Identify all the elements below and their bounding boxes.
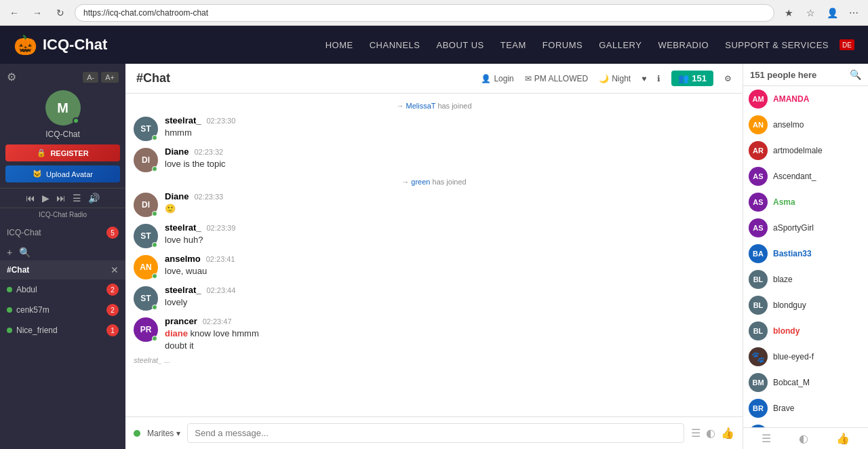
play-btn[interactable]: ▶ [42, 193, 50, 203]
user-list-item-ascendant[interactable]: AS Ascendant_ [743, 163, 868, 189]
user-list-item-blondy[interactable]: BL blondy [743, 318, 868, 344]
playlist-btn[interactable]: ☰ [73, 193, 81, 203]
back-button[interactable]: ← [5, 4, 23, 22]
msg-text-7: diane know love hmmm doubt it [165, 328, 734, 352]
avatar-diane: DI [134, 148, 158, 172]
pm-allowed-button[interactable]: ✉ PM ALLOWED [525, 74, 588, 83]
user-list-item-brave[interactable]: BR Brave [743, 395, 868, 421]
user-list-item-amanda[interactable]: AM AMANDA [743, 86, 868, 112]
channel-item-abdul[interactable]: Abdul 2 [0, 279, 125, 300]
site-logo[interactable]: 🎃 ICQ-Chat [14, 34, 107, 56]
channel-name-chat: #Chat [7, 265, 29, 275]
msg-username-2[interactable]: Diane [165, 147, 189, 157]
theme-icon[interactable]: ◐ [706, 427, 715, 440]
settings-icon[interactable]: ⚙ [7, 71, 16, 83]
prev-track-btn[interactable]: ⏮ [26, 193, 35, 203]
msg-username-6[interactable]: steelrat_ [165, 285, 201, 295]
info-icon: ℹ [657, 74, 660, 83]
volume-btn[interactable]: 🔊 [88, 193, 100, 203]
settings-button[interactable]: ⚙ [724, 74, 732, 83]
avatar-anselmo: AN [134, 255, 158, 279]
footer-theme-btn[interactable]: ◐ [799, 432, 808, 445]
nav-channels[interactable]: CHANNELS [370, 40, 420, 50]
user-list-item-bastian33[interactable]: BA Bastian33 [743, 241, 868, 267]
channels-header-text: ICQ-Chat [7, 228, 41, 237]
user-list-item-braveheart[interactable]: BR BraveHeart [743, 421, 868, 427]
chat-msg-steelrat-1: ST steelrat_ 02:23:30 hmmm [125, 113, 743, 144]
upload-avatar-button[interactable]: 🐱 Upload Avatar [5, 165, 120, 182]
system-msg-text-2: → green has joined [401, 178, 466, 186]
msg-username-3[interactable]: Diane [165, 191, 189, 201]
register-button[interactable]: 🔒 REGISTER [5, 144, 120, 161]
msg-content-2: Diane 02:23:32 love is the topic [165, 147, 734, 170]
users-count-button[interactable]: 👥 151 [671, 71, 713, 86]
user-list-item-blaze[interactable]: BL blaze [743, 267, 868, 292]
nav-webradio[interactable]: WEBRADIO [658, 40, 709, 50]
favorites-button[interactable]: ☆ [802, 4, 819, 22]
main-layout: ⚙ A- A+ M ICQ-Chat 🔒 REGISTER 🐱 Upload A… [0, 64, 868, 449]
channel-item-chat[interactable]: #Chat ✕ [0, 260, 125, 279]
msg-header: steelrat_ 02:23:30 [165, 115, 734, 125]
users-search-icon[interactable]: 🔍 [850, 69, 861, 80]
refresh-button[interactable]: ↻ [52, 4, 69, 22]
user-list-item-artmodel[interactable]: AR artmodelmale [743, 138, 868, 163]
avatar-blondy: BL [749, 321, 768, 340]
thumbs-up-icon[interactable]: 👍 [721, 427, 734, 440]
online-dot-7 [152, 336, 157, 341]
input-online-dot [134, 430, 140, 437]
nav-about[interactable]: ABOUT US [436, 40, 484, 50]
user-list-item-anselmo[interactable]: AN anselmo [743, 112, 868, 138]
info-button[interactable]: ℹ [657, 74, 660, 83]
chevron-down-icon[interactable]: ▾ [176, 429, 180, 438]
channel-item-cenk57m[interactable]: cenk57m 2 [0, 300, 125, 320]
night-toggle[interactable]: 🌙 Night [599, 74, 631, 83]
next-track-btn[interactable]: ⏭ [56, 193, 66, 203]
chat-header: #Chat 👤 Login ✉ PM ALLOWED 🌙 Night ♥ [125, 64, 743, 94]
nav-support[interactable]: SUPPORT & SERVICES [725, 40, 829, 50]
msg-content-6: steelrat_ 02:23:44 lovely [165, 285, 734, 309]
user-list-item-asportygirl[interactable]: AS aSportyGirl [743, 215, 868, 241]
more-button[interactable]: ⋯ [845, 4, 863, 22]
footer-menu-btn[interactable]: ☰ [762, 432, 771, 445]
nav-team[interactable]: TEAM [500, 40, 526, 50]
login-button[interactable]: 👤 Login [481, 74, 513, 83]
extensions-button[interactable]: ★ [780, 4, 797, 22]
close-channel-icon[interactable]: ✕ [111, 265, 119, 275]
msg-text-6: lovely [165, 296, 734, 309]
chat-input-icons: ☰ ◐ 👍 [691, 427, 734, 440]
menu-icon[interactable]: ☰ [691, 427, 701, 440]
heart-button[interactable]: ♥ [642, 74, 646, 83]
language-flag[interactable]: DE [840, 39, 854, 50]
user-list-item-bobcatm[interactable]: BM Bobcat_M [743, 370, 868, 395]
channels-badge: 5 [106, 227, 119, 239]
user-name-artmodel: artmodelmale [773, 146, 823, 155]
avatar-asportygirl: AS [749, 218, 768, 237]
msg-username[interactable]: steelrat_ [165, 115, 201, 125]
channel-item-nice-friend[interactable]: Nice_friend 1 [0, 320, 125, 340]
msg-username-7[interactable]: prancer [165, 316, 197, 326]
logo-icon: 🎃 [14, 34, 37, 56]
msg-username-5[interactable]: anselmo [165, 254, 201, 264]
user-avatar: M [45, 90, 81, 125]
user-list-item-blueeyedf[interactable]: 🐾 blue-eyed-f [743, 344, 868, 370]
nav-forums[interactable]: FORUMS [542, 40, 583, 50]
nav-gallery[interactable]: GALLERY [599, 40, 642, 50]
font-decrease-btn[interactable]: A- [83, 72, 98, 83]
user-list-item-blondguy[interactable]: BL blondguy [743, 292, 868, 318]
font-increase-btn[interactable]: A+ [101, 72, 119, 83]
search-channel-icon[interactable]: 🔍 [19, 247, 31, 258]
profile-button[interactable]: 👤 [823, 4, 841, 22]
join-link-2[interactable]: green [411, 178, 430, 186]
forward-button[interactable]: → [28, 4, 46, 22]
online-dot-6 [152, 305, 157, 310]
mention-diane[interactable]: diane [165, 328, 188, 338]
message-input[interactable] [187, 423, 684, 443]
msg-text-5: love, wuau [165, 265, 734, 277]
user-list-item-asma[interactable]: AS Asma [743, 189, 868, 215]
msg-username-4[interactable]: steelrat_ [165, 222, 201, 233]
footer-thumbsup-btn[interactable]: 👍 [836, 432, 850, 445]
join-link[interactable]: MelissaT [406, 102, 436, 110]
add-channel-icon[interactable]: + [7, 247, 12, 258]
address-bar[interactable]: https://icq-chat.com/chatroom-chat [75, 4, 774, 22]
nav-home[interactable]: HOME [326, 40, 353, 50]
